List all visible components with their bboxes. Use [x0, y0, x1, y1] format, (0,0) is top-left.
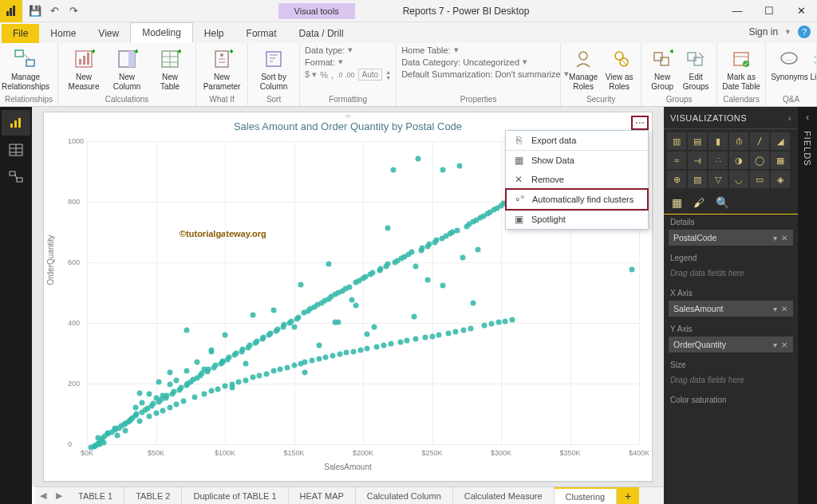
tab-modeling[interactable]: Modeling — [130, 22, 193, 43]
manage-roles-button[interactable]: Manage Roles — [566, 45, 601, 91]
viz-area[interactable]: ◢ — [771, 132, 790, 150]
undo-icon[interactable]: ↶ — [46, 3, 62, 19]
page-tab-calc-column[interactable]: Calculated Column — [356, 487, 453, 504]
viz-gauge[interactable]: ◡ — [729, 171, 748, 188]
menu-spotlight[interactable]: ▣Spotlight — [506, 210, 648, 229]
new-parameter-button[interactable]: ✦New Parameter — [201, 45, 243, 91]
size-drag-hint[interactable]: Drag data fields here — [669, 372, 793, 388]
spinner-up[interactable]: ▲ — [385, 69, 391, 75]
menu-auto-find-clusters[interactable]: ∘°Automatically find clusters — [505, 188, 649, 211]
analytics-tab-icon[interactable]: 🔍 — [716, 196, 729, 209]
default-summarization-label: Default Summarization: Don't summarize — [401, 69, 561, 79]
new-group-button[interactable]: ✦New Group — [646, 45, 678, 91]
model-view-icon[interactable] — [2, 164, 30, 190]
percent-icon[interactable]: % — [320, 70, 328, 80]
group-label-properties: Properties — [401, 94, 555, 104]
more-options-button[interactable]: ⋯ — [631, 116, 649, 130]
menu-show-data[interactable]: ▦Show Data — [506, 150, 648, 170]
viz-scatter[interactable]: ∴ — [708, 152, 728, 169]
format-tab-icon[interactable]: 🖌 — [693, 196, 705, 209]
drag-handle-icon[interactable]: ═ — [337, 112, 358, 116]
maximize-button[interactable]: ☐ — [753, 0, 785, 22]
menu-export-data[interactable]: ⎘Export data — [506, 131, 648, 150]
edit-groups-button[interactable]: Edit Groups — [680, 45, 712, 91]
group-label-formatting: Formatting — [305, 94, 391, 104]
data-view-icon[interactable] — [2, 137, 30, 163]
redo-icon[interactable]: ↷ — [65, 3, 81, 19]
fields-pane-collapsed[interactable]: ‹ FIELDS — [798, 107, 817, 504]
page-tab-table2[interactable]: TABLE 2 — [124, 487, 182, 504]
view-as-roles-button[interactable]: View as Roles — [602, 45, 636, 91]
details-well-label: Details — [664, 215, 798, 228]
chevron-down-icon[interactable]: ▾ — [454, 45, 459, 55]
tab-view[interactable]: View — [87, 24, 130, 43]
new-column-button[interactable]: ✦New Column — [106, 45, 148, 91]
chevron-down-icon[interactable]: ▾ — [523, 57, 527, 67]
page-tab-table1[interactable]: TABLE 1 — [67, 487, 124, 504]
viz-stacked-bar[interactable]: ▥ — [667, 132, 686, 150]
viz-filled-map[interactable]: ▧ — [688, 171, 707, 188]
currency-icon[interactable]: $ ▾ — [305, 69, 317, 80]
expand-icon[interactable]: ‹ — [806, 107, 809, 123]
viz-waterfall[interactable]: ⫣ — [688, 152, 707, 169]
field-remove-icon[interactable]: ▾ ✕ — [773, 341, 788, 349]
svg-rect-1 — [10, 8, 12, 16]
menu-remove[interactable]: ✕Remove — [506, 170, 648, 189]
minimize-button[interactable]: — — [721, 0, 753, 22]
viz-clustered-column[interactable]: ⫛ — [729, 132, 748, 150]
chevron-down-icon[interactable]: ▼ — [784, 28, 791, 36]
scatter-chart-visual[interactable]: ═ ⋯ ⎘Export data ▦Show Data ✕Remove ∘°Au… — [43, 112, 653, 482]
field-remove-icon[interactable]: ▾ ✕ — [773, 234, 788, 242]
page-tab-clustering[interactable]: Clustering — [555, 487, 618, 504]
spinner-down[interactable]: ▼ — [385, 75, 391, 81]
xaxis-field-pill[interactable]: SalesAmount▾ ✕ — [669, 301, 793, 317]
page-tab-heatmap[interactable]: HEAT MAP — [289, 487, 356, 504]
tab-format[interactable]: Format — [235, 24, 288, 43]
new-table-button[interactable]: ✦New Table — [149, 45, 191, 91]
ribbon: Manage Relationships Relationships ✦New … — [0, 43, 817, 107]
svg-text:✓: ✓ — [744, 61, 749, 68]
manage-relationships-button[interactable]: Manage Relationships — [5, 45, 46, 91]
details-field-pill[interactable]: PostalCode▾ ✕ — [669, 230, 793, 246]
linguistic-button[interactable]: 文ALingui — [810, 45, 817, 82]
viz-funnel[interactable]: ▽ — [708, 171, 728, 188]
yaxis-field-pill[interactable]: OrderQuantity▾ ✕ — [669, 337, 793, 352]
viz-kpi[interactable]: ◈ — [771, 171, 790, 188]
new-measure-button[interactable]: ✦New Measure — [63, 45, 105, 91]
viz-clustered-bar[interactable]: ▤ — [688, 132, 707, 150]
auto-precision[interactable]: Auto — [358, 69, 383, 81]
help-icon[interactable]: ? — [798, 26, 811, 38]
chevron-down-icon[interactable]: ▾ — [348, 45, 353, 55]
page-tab-duplicate[interactable]: Duplicate of TABLE 1 — [182, 487, 288, 504]
sort-by-column-button[interactable]: Sort by Column — [253, 45, 294, 91]
chevron-down-icon[interactable]: ▾ — [338, 57, 343, 67]
viz-card[interactable]: ▭ — [750, 171, 769, 188]
decimal-icon[interactable]: .0 .00 — [337, 71, 355, 79]
comma-icon[interactable]: , — [331, 70, 334, 80]
add-page-button[interactable]: + — [617, 487, 639, 504]
viz-ribbon[interactable]: ≈ — [667, 152, 686, 169]
viz-line[interactable]: 〳 — [750, 132, 769, 150]
viz-map[interactable]: ⊕ — [667, 171, 686, 188]
legend-drag-hint[interactable]: Drag data fields here — [669, 266, 793, 281]
save-icon[interactable]: 💾 — [27, 3, 43, 19]
fields-tab-icon[interactable]: ▦ — [672, 196, 682, 209]
viz-treemap[interactable]: ▦ — [771, 152, 790, 169]
close-button[interactable]: ✕ — [785, 0, 817, 22]
viz-donut[interactable]: ◯ — [750, 152, 769, 169]
page-tab-calc-measure[interactable]: Calculated Measure — [453, 487, 555, 504]
field-remove-icon[interactable]: ▾ ✕ — [773, 305, 788, 313]
signin-link[interactable]: Sign in — [748, 26, 778, 37]
tab-file[interactable]: File — [2, 24, 39, 43]
synonyms-button[interactable]: ...Synonyms — [771, 45, 808, 82]
mark-as-date-table-button[interactable]: ✓Mark as Date Table — [722, 45, 760, 91]
viz-stacked-column[interactable]: ▮ — [708, 132, 728, 150]
tab-home[interactable]: Home — [39, 24, 87, 43]
report-view-icon[interactable] — [2, 110, 30, 136]
scroll-left-icon[interactable]: ◀ — [35, 487, 51, 504]
scroll-right-icon[interactable]: ▶ — [51, 487, 67, 504]
viz-pie[interactable]: ◑ — [729, 152, 748, 169]
tab-help[interactable]: Help — [193, 24, 235, 43]
tab-data-drill[interactable]: Data / Drill — [288, 24, 355, 43]
collapse-icon[interactable]: › — [788, 113, 791, 123]
